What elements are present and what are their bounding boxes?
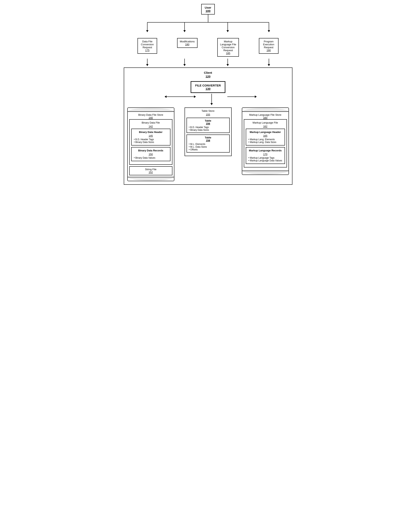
table-156-box: Table 156 B.D. Header Tags Binary Data S… xyxy=(186,118,230,133)
markup-language-header-label: Markup Language Header xyxy=(248,131,283,133)
binary-store-label: Binary Data File Store xyxy=(129,113,172,116)
svg-marker-6 xyxy=(146,30,148,32)
binary-data-records-label: Binary Data Records xyxy=(133,149,168,152)
markup-language-file-store-col: Markup Language File Store 160 Markup La… xyxy=(242,107,289,175)
binary-data-file-ref: 142 xyxy=(131,125,170,128)
markup-store-ref: 160 xyxy=(244,116,287,119)
markup-language-header-ref: 165 xyxy=(248,134,283,137)
binary-header-items: B.D. Header Tags Binary Data Sizes xyxy=(133,138,168,143)
table-store-box: Table Store 155 Table 156 B.D. Header Ta… xyxy=(184,107,232,156)
svg-marker-9 xyxy=(268,30,270,32)
binary-data-file-store: Binary Data File Store 140 Binary Data F… xyxy=(127,107,174,181)
child-data-file-conversion: Data FileConversionRequest 175 xyxy=(137,38,157,54)
binary-records-item-0: Binary Data Values xyxy=(134,156,168,159)
table-158-item-0: M.L. Elements xyxy=(189,143,228,145)
table-158-item-2: Offsets xyxy=(189,148,228,151)
table-156-item-0: B.D. Header Tags xyxy=(189,126,228,129)
child-program-execution: ProgramExecutionRequest 190 xyxy=(259,38,279,54)
binary-store-top-cap xyxy=(128,108,174,112)
svg-marker-24 xyxy=(211,103,213,105)
binary-data-header-ref: 145 xyxy=(133,134,168,137)
tree-connector-svg xyxy=(124,15,292,38)
file-converter-ref: 130 xyxy=(195,87,221,90)
string-file-ref: 152 xyxy=(131,171,170,174)
children-row: Data FileConversionRequest 175 Modificat… xyxy=(124,38,292,57)
markup-store-label: Markup Language File Store xyxy=(244,113,287,116)
svg-marker-15 xyxy=(183,64,186,66)
table-158-item-1: M.L. Data Sizes xyxy=(189,145,228,148)
string-file-box: String File 152 xyxy=(129,166,172,175)
table-156-item-1: Binary Data Sizes xyxy=(189,129,228,131)
markup-records-item-0: Markup Language Tags xyxy=(249,156,283,159)
markup-language-records-box: Markup Language Records 170 Markup Langu… xyxy=(246,147,285,164)
string-file-label: String File xyxy=(131,168,170,171)
svg-marker-16 xyxy=(227,64,229,66)
child-label-3: ProgramExecutionRequest xyxy=(262,40,276,49)
table-158-ref: 158 xyxy=(188,139,228,142)
binary-header-item-1: Binary Data Sizes xyxy=(134,141,168,143)
client-label: Client xyxy=(127,71,289,74)
markup-language-file-ref: 162 xyxy=(246,125,285,128)
svg-marker-17 xyxy=(268,64,270,66)
user-ref: 100 xyxy=(205,9,211,13)
binary-data-records-ref: 150 xyxy=(133,153,168,156)
client-container: Client 120 FILE CONVERTER 130 xyxy=(124,67,292,185)
markup-records-item-1: Markup Language Data Values xyxy=(249,159,283,162)
three-col: Binary Data File Store 140 Binary Data F… xyxy=(127,107,289,181)
fc-arrows-svg xyxy=(127,94,289,105)
svg-marker-19 xyxy=(164,95,166,98)
diagram: User 100 Data FileConversionRequest xyxy=(124,4,292,185)
svg-marker-20 xyxy=(194,95,196,98)
binary-data-header-box: Binary Data Header 145 B.D. Header Tags … xyxy=(131,129,170,145)
binary-store-content: Binary Data File Store 140 Binary Data F… xyxy=(128,112,174,177)
user-label: User xyxy=(205,6,211,9)
markup-language-header-box: Markup Language Header 165 Markup Lang. … xyxy=(246,129,285,145)
child-modifications: Modifications 180 xyxy=(177,38,197,48)
binary-data-records-box: Binary Data Records 150 Binary Data Valu… xyxy=(131,147,170,161)
top-section: User 100 Data FileConversionRequest xyxy=(124,4,292,66)
table-158-box: Table 158 M.L. Elements M.L. Data Sizes … xyxy=(186,134,230,152)
markup-language-file-label: Markup Language File xyxy=(246,121,285,124)
binary-header-item-0: B.D. Header Tags xyxy=(134,138,168,141)
table-158-label: Table xyxy=(188,136,228,139)
child-ref-2: 185 xyxy=(220,52,236,55)
table-156-ref: 156 xyxy=(188,122,228,125)
markup-store-top-cap xyxy=(242,108,289,112)
markup-header-item-1: Markup Lang. Data Sizes xyxy=(249,141,283,143)
table-store-label: Table Store xyxy=(186,109,230,112)
child-label-0: Data FileConversionRequest xyxy=(140,40,154,49)
binary-store-bottom-cap xyxy=(128,177,174,181)
svg-marker-8 xyxy=(227,30,229,32)
file-converter-label: FILE CONVERTER xyxy=(195,84,221,87)
client-ref: 120 xyxy=(127,75,289,78)
client-connector-svg xyxy=(124,59,292,66)
child-label-1: Modifications xyxy=(180,40,195,43)
binary-store-ref: 140 xyxy=(129,116,172,119)
child-ref-0: 175 xyxy=(140,49,154,52)
markup-records-items: Markup Language Tags Markup Language Dat… xyxy=(248,156,283,162)
markup-store-bottom-cap xyxy=(242,171,289,174)
binary-data-header-label: Binary Data Header xyxy=(133,131,168,133)
table-158-items: M.L. Elements M.L. Data Sizes Offsets xyxy=(188,143,228,151)
file-converter-box: FILE CONVERTER 130 xyxy=(191,81,225,93)
table-store-col: Table Store 155 Table 156 B.D. Header Ta… xyxy=(184,107,232,156)
svg-marker-14 xyxy=(146,64,148,66)
svg-marker-22 xyxy=(255,95,257,98)
markup-header-items: Markup Lang. Elements Markup Lang. Data … xyxy=(248,138,283,143)
binary-data-file-store-col: Binary Data File Store 140 Binary Data F… xyxy=(127,107,174,181)
child-ref-1: 180 xyxy=(180,43,195,46)
table-156-label: Table xyxy=(188,119,228,122)
user-node: User 100 xyxy=(201,4,215,15)
markup-header-item-0: Markup Lang. Elements xyxy=(249,138,283,141)
markup-language-records-label: Markup Language Records xyxy=(248,149,283,152)
markup-language-file-store: Markup Language File Store 160 Markup La… xyxy=(242,107,289,175)
svg-marker-7 xyxy=(183,30,186,32)
markup-store-content: Markup Language File Store 160 Markup La… xyxy=(242,112,289,171)
binary-data-file-label: Binary Data File xyxy=(131,121,170,124)
table-156-items: B.D. Header Tags Binary Data Sizes xyxy=(188,126,228,131)
binary-data-file-box: Binary Data File 142 Binary Data Header … xyxy=(129,119,172,165)
markup-language-file-box: Markup Language File 162 Markup Language… xyxy=(244,119,287,167)
markup-language-records-ref: 170 xyxy=(248,153,283,156)
table-store-ref: 155 xyxy=(186,113,230,116)
child-label-2: MarkupLanguage FileConversionRequest xyxy=(220,40,236,52)
